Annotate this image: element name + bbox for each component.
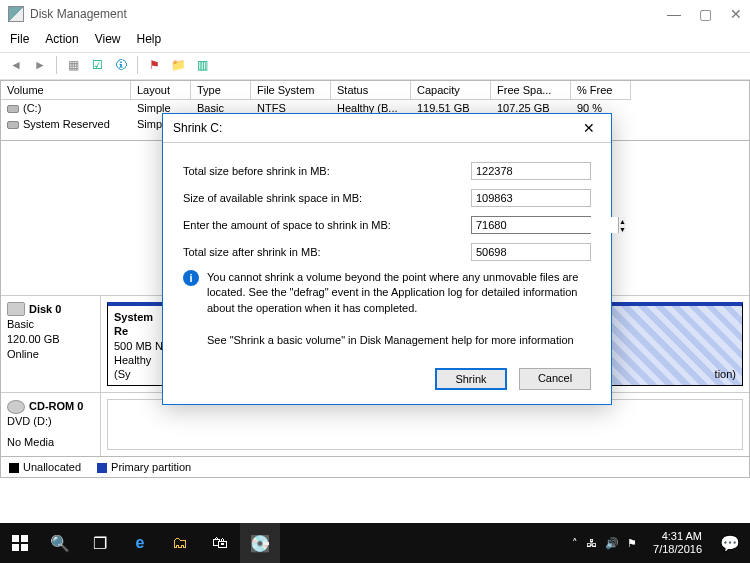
toolbar-divider bbox=[137, 56, 138, 74]
nav-back-icon[interactable]: ◄ bbox=[6, 55, 26, 75]
dialog-titlebar: Shrink C: ✕ bbox=[163, 114, 611, 142]
disk0-type: Basic bbox=[7, 317, 94, 332]
shrink-dialog: Shrink C: ✕ Total size before shrink in … bbox=[162, 113, 612, 405]
svg-rect-3 bbox=[21, 544, 28, 551]
cdrom-info[interactable]: CD-ROM 0 DVD (D:) No Media bbox=[1, 393, 101, 456]
tray-network-icon[interactable]: 🖧 bbox=[586, 537, 597, 549]
value-available-shrink: 109863 bbox=[471, 189, 591, 207]
optical-icon bbox=[7, 400, 25, 414]
col-pctfree[interactable]: % Free bbox=[571, 81, 631, 100]
shrink-amount-input[interactable] bbox=[472, 217, 618, 233]
partition-title: System Re bbox=[114, 311, 153, 337]
taskview-icon[interactable]: ❐ bbox=[80, 523, 120, 563]
start-button[interactable] bbox=[0, 523, 40, 563]
taskbar-time: 4:31 AM bbox=[653, 530, 702, 543]
legend: Unallocated Primary partition bbox=[0, 457, 750, 478]
edge-icon[interactable]: e bbox=[120, 523, 160, 563]
legend-unallocated: Unallocated bbox=[23, 461, 81, 473]
toolbar-icon-3[interactable]: 🛈 bbox=[111, 55, 131, 75]
volume-table-header: Volume Layout Type File System Status Ca… bbox=[1, 81, 749, 100]
disk0-size: 120.00 GB bbox=[7, 332, 94, 347]
info-text: You cannot shrink a volume beyond the po… bbox=[207, 270, 591, 316]
col-type[interactable]: Type bbox=[191, 81, 251, 100]
diskmgmt-taskbar-icon[interactable]: 💽 bbox=[240, 523, 280, 563]
window-titlebar: Disk Management — ▢ ✕ bbox=[0, 0, 750, 28]
notifications-icon[interactable]: 💬 bbox=[710, 523, 750, 563]
spinner-up-icon[interactable]: ▲ bbox=[619, 217, 626, 225]
volume-name: (C:) bbox=[23, 102, 41, 114]
value-total-before: 122378 bbox=[471, 162, 591, 180]
label-total-before: Total size before shrink in MB: bbox=[183, 165, 471, 177]
partition-line: tion) bbox=[715, 367, 736, 381]
info-icon: i bbox=[183, 270, 199, 286]
taskbar-date: 7/18/2016 bbox=[653, 543, 702, 556]
dialog-info: i You cannot shrink a volume beyond the … bbox=[183, 270, 591, 316]
col-layout[interactable]: Layout bbox=[131, 81, 191, 100]
volume-name: System Reserved bbox=[23, 118, 110, 130]
label-enter-shrink: Enter the amount of space to shrink in M… bbox=[183, 219, 471, 231]
tray-chevron-up-icon[interactable]: ˄ bbox=[572, 537, 578, 550]
volume-icon bbox=[7, 105, 19, 113]
toolbar-icon-1[interactable]: ▦ bbox=[63, 55, 83, 75]
legend-swatch-primary bbox=[97, 463, 107, 473]
app-icon bbox=[8, 6, 24, 22]
col-freespace[interactable]: Free Spa... bbox=[491, 81, 571, 100]
svg-rect-2 bbox=[12, 544, 19, 551]
search-icon[interactable]: 🔍 bbox=[40, 523, 80, 563]
cdrom-drive: DVD (D:) bbox=[7, 414, 94, 429]
volume-icon bbox=[7, 121, 19, 129]
window-close-button[interactable]: ✕ bbox=[730, 6, 742, 22]
window-minimize-button[interactable]: — bbox=[667, 6, 681, 22]
spinner-down-icon[interactable]: ▼ bbox=[619, 225, 626, 233]
label-total-after: Total size after shrink in MB: bbox=[183, 246, 471, 258]
dialog-close-button[interactable]: ✕ bbox=[577, 120, 601, 136]
toolbar-icon-4[interactable]: ⚑ bbox=[144, 55, 164, 75]
toolbar-icon-6[interactable]: ▥ bbox=[192, 55, 212, 75]
label-available-shrink: Size of available shrink space in MB: bbox=[183, 192, 471, 204]
nav-forward-icon[interactable]: ► bbox=[30, 55, 50, 75]
dialog-help-text: See "Shrink a basic volume" in Disk Mana… bbox=[207, 334, 591, 346]
dialog-title: Shrink C: bbox=[173, 121, 577, 135]
disk-icon bbox=[7, 302, 25, 316]
cdrom-label: CD-ROM 0 bbox=[29, 399, 83, 414]
menu-view[interactable]: View bbox=[95, 32, 121, 46]
legend-primary: Primary partition bbox=[111, 461, 191, 473]
partition-line: Healthy (Sy bbox=[114, 354, 151, 380]
shrink-button[interactable]: Shrink bbox=[435, 368, 507, 390]
cdrom-empty-area bbox=[107, 399, 743, 450]
toolbar-divider bbox=[56, 56, 57, 74]
shrink-amount-spinner[interactable]: ▲ ▼ bbox=[471, 216, 591, 234]
col-filesystem[interactable]: File System bbox=[251, 81, 331, 100]
svg-rect-0 bbox=[12, 535, 19, 542]
taskbar-clock[interactable]: 4:31 AM 7/18/2016 bbox=[645, 530, 710, 556]
window-maximize-button[interactable]: ▢ bbox=[699, 6, 712, 22]
tray-flag-icon[interactable]: ⚑ bbox=[627, 537, 637, 550]
col-capacity[interactable]: Capacity bbox=[411, 81, 491, 100]
explorer-icon[interactable]: 🗂 bbox=[160, 523, 200, 563]
window-title: Disk Management bbox=[30, 7, 667, 21]
svg-rect-1 bbox=[21, 535, 28, 542]
cancel-button[interactable]: Cancel bbox=[519, 368, 591, 390]
col-volume[interactable]: Volume bbox=[1, 81, 131, 100]
toolbar-icon-2[interactable]: ☑ bbox=[87, 55, 107, 75]
disk0-info[interactable]: Disk 0 Basic 120.00 GB Online bbox=[1, 296, 101, 392]
value-total-after: 50698 bbox=[471, 243, 591, 261]
menu-file[interactable]: File bbox=[10, 32, 29, 46]
toolbar: ◄ ► ▦ ☑ 🛈 ⚑ 📁 ▥ bbox=[0, 52, 750, 80]
taskbar: 🔍 ❐ e 🗂 🛍 💽 ˄ 🖧 🔊 ⚑ 4:31 AM 7/18/2016 💬 bbox=[0, 523, 750, 563]
legend-swatch-unallocated bbox=[9, 463, 19, 473]
col-status[interactable]: Status bbox=[331, 81, 411, 100]
menu-action[interactable]: Action bbox=[45, 32, 78, 46]
store-icon[interactable]: 🛍 bbox=[200, 523, 240, 563]
tray-volume-icon[interactable]: 🔊 bbox=[605, 537, 619, 550]
toolbar-icon-5[interactable]: 📁 bbox=[168, 55, 188, 75]
disk0-state: Online bbox=[7, 347, 94, 362]
menu-bar: File Action View Help bbox=[0, 28, 750, 52]
menu-help[interactable]: Help bbox=[137, 32, 162, 46]
cdrom-media: No Media bbox=[7, 435, 94, 450]
disk0-label: Disk 0 bbox=[29, 302, 61, 317]
